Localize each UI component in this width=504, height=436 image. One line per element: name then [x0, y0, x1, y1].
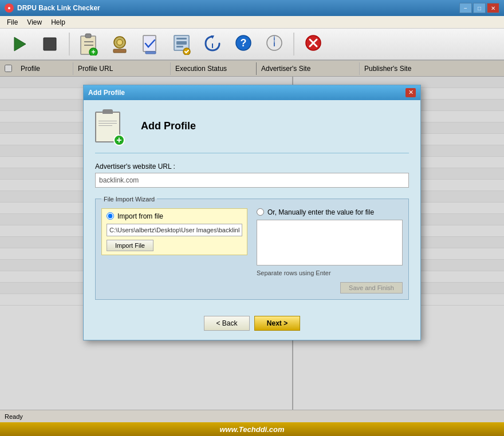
back-button[interactable]: < Back	[204, 316, 250, 331]
svg-rect-10	[113, 49, 126, 53]
app-title: DRPU Back Link Checker	[17, 4, 100, 12]
wizard-left: Import from file Import File	[101, 208, 247, 294]
dialog-close-button[interactable]: ✕	[405, 88, 416, 97]
svg-rect-12	[145, 51, 156, 54]
help-button[interactable]: ?	[229, 31, 258, 57]
url-label: Advertiser's website URL :	[95, 162, 409, 171]
minimize-button[interactable]: −	[459, 3, 472, 13]
check-button[interactable]	[136, 31, 165, 57]
info-button[interactable]: i i	[260, 31, 289, 57]
import-option-box: Import from file Import File	[101, 208, 247, 255]
dialog-title: Add Profile	[88, 89, 125, 97]
svg-text:i: i	[273, 40, 275, 48]
wizard-inner: Import from file Import File	[101, 208, 403, 294]
menu-view[interactable]: View	[22, 17, 46, 27]
toolbar: +	[0, 29, 504, 61]
svg-text:?: ?	[241, 37, 247, 49]
menu-help[interactable]: Help	[46, 17, 70, 27]
svg-point-9	[117, 39, 123, 45]
manual-hint: Separate rows using Enter	[257, 269, 403, 276]
title-bar: ● DRPU Back Link Checker − □ ✕	[0, 0, 504, 16]
add-profile-dialog: Add Profile ✕ +	[83, 85, 421, 340]
file-import-wizard: File Import Wizard Import from file	[95, 196, 409, 300]
dialog-footer: < Back Next >	[84, 309, 420, 340]
manual-entry-radio[interactable]	[257, 208, 264, 216]
app-icon: ●	[5, 3, 14, 13]
title-bar-controls: − □ ✕	[459, 3, 499, 13]
svg-rect-1	[44, 38, 56, 50]
status-bar: Ready	[0, 410, 504, 422]
dialog-content: + Add Profile Advertiser's website URL :…	[84, 100, 420, 309]
dialog-divider	[95, 153, 409, 153]
clipboard-clip	[103, 109, 113, 114]
add-icon: +	[113, 134, 125, 146]
window-close-button[interactable]: ✕	[487, 3, 499, 13]
play-button[interactable]	[5, 31, 33, 57]
separator-1	[69, 33, 70, 56]
dialog-titlebar: Add Profile ✕	[84, 85, 420, 100]
wizard-right: Or, Manually enter the value for file Se…	[257, 208, 403, 294]
delete-button[interactable]	[299, 31, 328, 57]
wizard-legend: File Import Wizard	[101, 196, 157, 203]
dialog-header-row: + Add Profile	[95, 109, 409, 144]
maximize-button[interactable]: □	[473, 3, 486, 13]
svg-rect-16	[176, 46, 183, 47]
dialog-heading: Add Profile	[141, 120, 196, 132]
manual-option-label[interactable]: Or, Manually enter the value for file	[257, 208, 403, 216]
svg-marker-0	[14, 37, 26, 51]
status-text: Ready	[5, 413, 23, 420]
watermark-bar: www.Techddi.com	[0, 422, 504, 436]
svg-rect-3	[85, 34, 91, 38]
import-from-file-radio[interactable]	[107, 212, 114, 220]
manual-textarea[interactable]	[257, 220, 403, 265]
menu-file[interactable]: File	[2, 17, 22, 27]
svg-text:+: +	[91, 48, 95, 56]
watermark-text: www.Techddi.com	[219, 425, 284, 434]
settings2-button[interactable]	[167, 31, 196, 57]
stop-button[interactable]	[36, 31, 64, 57]
import-file-button[interactable]: Import File	[107, 240, 153, 251]
svg-rect-15	[176, 38, 187, 39]
separator-2	[293, 33, 294, 56]
clipboard-icon: +	[95, 112, 120, 142]
url-input[interactable]	[95, 173, 409, 188]
menu-bar: File View Help	[0, 16, 504, 29]
save-finish-button[interactable]: Save and Finish	[340, 282, 403, 294]
add-profile-button[interactable]: +	[74, 31, 103, 57]
main-area: Profile Profile URL Execution Status Adv…	[0, 61, 504, 410]
modal-overlay: Add Profile ✕ +	[0, 61, 504, 410]
refresh-button[interactable]	[198, 31, 227, 57]
dialog-icon: +	[95, 109, 129, 144]
next-button[interactable]: Next >	[254, 316, 300, 331]
svg-rect-14	[176, 41, 187, 45]
file-path-input[interactable]	[107, 224, 242, 236]
import-from-file-label[interactable]: Import from file	[107, 212, 242, 220]
settings-button[interactable]	[105, 31, 134, 57]
title-bar-left: ● DRPU Back Link Checker	[5, 3, 100, 13]
